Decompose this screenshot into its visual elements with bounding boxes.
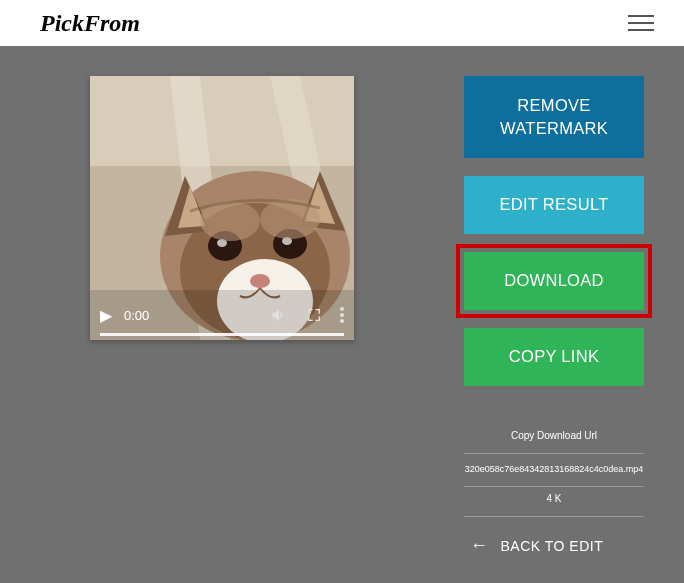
filename: 320e058c76e84342813168824c4c0dea.mp4 [464,454,644,480]
more-icon[interactable] [340,307,344,323]
arrow-left-icon: ← [470,535,489,556]
video-progress[interactable] [100,333,344,336]
svg-point-15 [250,274,270,288]
header: PickFrom [0,0,684,46]
filesize: 4 K [464,487,644,510]
fullscreen-icon[interactable] [306,307,322,323]
svg-point-18 [340,307,344,311]
video-time: 0:00 [124,308,149,323]
logo[interactable]: PickFrom [40,10,140,37]
svg-point-19 [340,313,344,317]
volume-icon[interactable] [270,306,288,324]
remove-watermark-button[interactable]: REMOVE WATERMARK [464,76,644,158]
svg-point-20 [340,319,344,323]
main-content: ▶ 0:00 REMOVE WATERMARK EDIT RESULT DOWN… [0,46,684,556]
video-controls: ▶ 0:00 [90,290,354,340]
actions-panel: REMOVE WATERMARK EDIT RESULT DOWNLOAD CO… [464,76,644,556]
back-to-edit-link[interactable]: ← BACK TO EDIT [464,535,644,556]
copy-url-label: Copy Download Url [464,424,644,447]
download-button[interactable]: DOWNLOAD [464,252,644,310]
play-icon[interactable]: ▶ [100,306,112,325]
back-label: BACK TO EDIT [501,538,604,554]
download-info: Copy Download Url 320e058c76e84342813168… [464,424,644,556]
copy-link-button[interactable]: COPY LINK [464,328,644,386]
edit-result-button[interactable]: EDIT RESULT [464,176,644,234]
download-highlight: DOWNLOAD [456,244,652,318]
video-player[interactable]: ▶ 0:00 [90,76,354,340]
hamburger-menu-icon[interactable] [628,15,654,31]
video-panel: ▶ 0:00 [90,76,354,556]
